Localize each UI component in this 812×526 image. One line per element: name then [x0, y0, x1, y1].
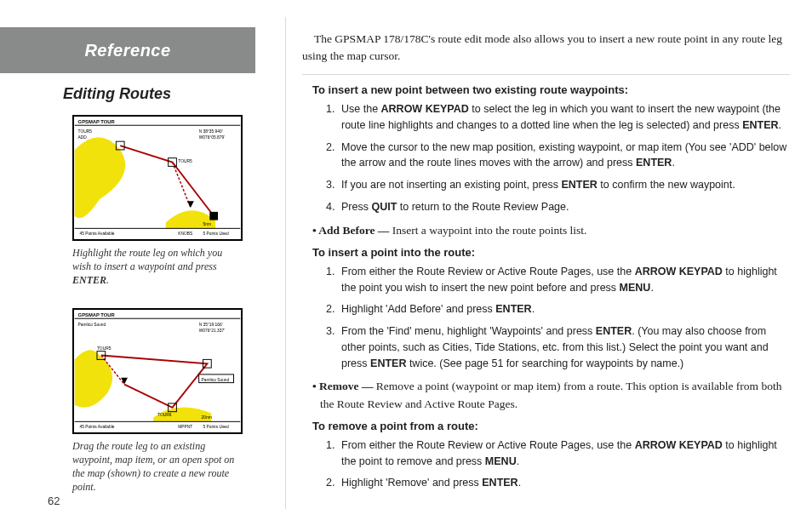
svg-rect-18 — [75, 317, 241, 318]
svg-text:KNOBS: KNOBS — [178, 232, 193, 236]
heading-remove-point: To remove a point from a route: — [312, 420, 790, 432]
intro-paragraph: The GPSMAP 178/178C's route edit mode al… — [302, 31, 790, 64]
svg-text:TOUR6: TOUR6 — [157, 412, 172, 416]
svg-text:TOUR5: TOUR5 — [178, 159, 192, 163]
svg-marker-29 — [121, 377, 128, 384]
caption-text: Highlight the route leg on which you wis… — [72, 247, 222, 272]
figure-2: GPSMAP TOUR Pamlico Sound N 35°19.166' W… — [72, 308, 285, 434]
svg-text:5  Points Used: 5 Points Used — [203, 425, 230, 429]
steps-insert-between: Use the ARROW KEYPAD to select the leg i… — [326, 101, 790, 215]
caption-tail: . — [106, 274, 109, 286]
section-title: Editing Routes — [0, 85, 234, 103]
svg-text:ADD: ADD — [78, 135, 88, 140]
steps-insert-point: From either the Route Review or Active R… — [326, 264, 790, 372]
svg-text:5  Points Used: 5 Points Used — [203, 232, 230, 236]
step: From either the Route Review or Active R… — [338, 264, 790, 296]
svg-text:W076°05.879': W076°05.879' — [199, 135, 226, 140]
step: From the 'Find' menu, highlight 'Waypoin… — [338, 323, 790, 371]
svg-text:TOUR5: TOUR5 — [97, 346, 112, 350]
page-number: 62 — [48, 495, 60, 507]
bullet-add-before: • Add Before — Insert a waypoint into th… — [312, 222, 790, 239]
svg-text:GPSMAP TOUR: GPSMAP TOUR — [78, 119, 116, 124]
column-divider — [285, 17, 286, 509]
step: From either the Route Review or Active R… — [338, 437, 790, 470]
step: Highlight 'Add Before' and press ENTER. — [338, 301, 790, 317]
svg-text:45  Points Available: 45 Points Available — [80, 232, 115, 236]
steps-remove-point: From either the Route Review or Active R… — [326, 437, 790, 491]
step: Press QUIT to return to the Route Review… — [338, 199, 790, 215]
svg-text:Pamlico Sound: Pamlico Sound — [78, 323, 106, 327]
heading-insert-point: To insert a point into the route: — [312, 246, 790, 259]
step: Move the cursor to the new map position,… — [338, 140, 790, 172]
figure-1-caption: Highlight the route leg on which you wis… — [72, 246, 243, 288]
page: Reference Editing Routes GPSMAP TOUR TOU… — [0, 0, 812, 526]
svg-rect-10 — [209, 212, 218, 220]
bullet-remove: • Remove — Remove a point (waypoint or m… — [312, 378, 790, 413]
figure-2-caption: Drag the route leg to an existing waypoi… — [72, 439, 243, 495]
svg-text:GPSMAP TOUR: GPSMAP TOUR — [78, 312, 116, 317]
svg-text:20nm: 20nm — [202, 415, 212, 420]
svg-text:N 38°35.940': N 38°35.940' — [199, 129, 223, 134]
step: Highlight 'Remove' and press ENTER. — [338, 475, 790, 491]
svg-text:MPPNT: MPPNT — [178, 425, 192, 429]
figure-1: GPSMAP TOUR TOUR5 ADD N 38°35.940' W076°… — [72, 115, 285, 241]
svg-marker-11 — [187, 201, 194, 208]
step: If you are not inserting an existing poi… — [338, 177, 790, 193]
caption-bold: ENTER — [72, 274, 106, 286]
svg-text:N 35°19.166': N 35°19.166' — [199, 323, 223, 327]
heading-insert-between: To insert a new point between two existi… — [312, 83, 790, 96]
map-screenshot-1: GPSMAP TOUR TOUR5 ADD N 38°35.940' W076°… — [72, 115, 243, 241]
svg-text:W076°21.337': W076°21.337' — [199, 329, 226, 333]
map-screenshot-2: GPSMAP TOUR Pamlico Sound N 35°19.166' W… — [72, 308, 243, 434]
separator — [302, 74, 790, 75]
reference-banner: Reference — [0, 27, 255, 73]
step: Use the ARROW KEYPAD to select the leg i… — [338, 101, 790, 134]
right-column: The GPSMAP 178/178C's route edit mode al… — [285, 0, 812, 526]
svg-text:TOUR5: TOUR5 — [78, 129, 93, 134]
svg-text:45  Points Available: 45 Points Available — [80, 425, 115, 429]
svg-rect-2 — [75, 125, 241, 126]
svg-text:5nm: 5nm — [203, 222, 211, 226]
left-column: Reference Editing Routes GPSMAP TOUR TOU… — [0, 0, 285, 526]
svg-text:Pamlico Sound: Pamlico Sound — [202, 377, 230, 381]
